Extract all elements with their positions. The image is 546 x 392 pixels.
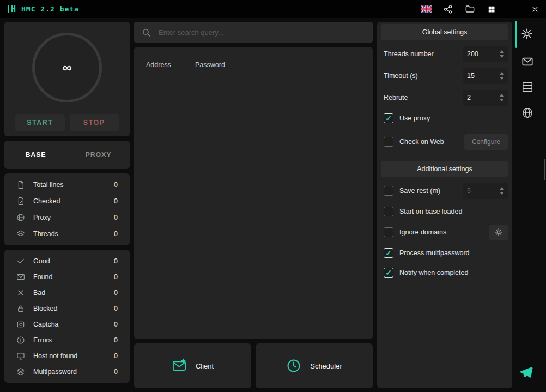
spin-up-icon[interactable] — [500, 94, 504, 97]
scheduler-button-label: Scheduler — [310, 362, 342, 370]
app-logo: H — [8, 4, 16, 14]
stat-row-total-lines: Total lines 0 — [4, 180, 130, 189]
stat-value: 0 — [114, 257, 118, 265]
minimize-icon — [511, 9, 517, 10]
rail-telegram-button[interactable] — [519, 365, 533, 379]
mail-plus-icon — [172, 358, 187, 373]
windows-button[interactable] — [481, 0, 502, 18]
table-header-row: Address Password — [146, 61, 225, 69]
stat-label: Blocked — [33, 305, 57, 312]
rail-database-button[interactable] — [520, 80, 535, 94]
save-rest-label: Save rest (m) — [399, 187, 440, 195]
check-icon — [16, 257, 25, 266]
bottom-buttons: Client Scheduler — [134, 343, 373, 388]
monitor-icon — [16, 352, 25, 360]
tab-proxy[interactable]: PROXY — [67, 141, 130, 169]
scheduler-button[interactable]: Scheduler — [256, 343, 373, 388]
save-rest-checkbox[interactable] — [384, 186, 393, 196]
stats-primary-card: Total lines 0 Checked 0 Proxy 0 Threads … — [4, 173, 130, 245]
process-multipassword-row: Process multipassword — [384, 245, 508, 261]
configure-button[interactable]: Configure — [464, 134, 508, 150]
clock-icon — [286, 358, 301, 373]
stat-row-bad: Bad 0 — [4, 288, 130, 297]
progress-card: ∞ START STOP — [4, 22, 130, 136]
start-on-base-row: Start on base loaded — [384, 203, 508, 220]
spin-down-icon[interactable] — [500, 99, 504, 101]
save-rest-value: 5 — [467, 187, 471, 195]
column-header-password[interactable]: Password — [195, 61, 225, 69]
start-on-base-label: Start on base loaded — [399, 208, 462, 215]
stat-row-threads: Threads 0 — [4, 230, 130, 238]
folder-button[interactable] — [459, 0, 481, 18]
settings-panel: Global settings Threads number 200 Timeo… — [377, 22, 512, 388]
process-multipassword-label: Process multipassword — [399, 249, 470, 257]
rebrute-stepper[interactable]: 2 — [463, 90, 508, 106]
stat-value: 0 — [114, 273, 118, 281]
spin-down-icon[interactable] — [500, 55, 504, 58]
threads-number-stepper[interactable]: 200 — [463, 46, 508, 62]
rebrute-value: 2 — [467, 94, 471, 101]
gear-icon — [521, 28, 533, 40]
save-rest-stepper[interactable]: 5 — [463, 183, 508, 199]
stat-value: 0 — [114, 305, 118, 312]
lock-icon — [16, 304, 25, 313]
tab-base[interactable]: BASE — [4, 141, 67, 169]
spin-up-icon[interactable] — [500, 50, 504, 53]
check-on-web-row: Check on Web Configure — [384, 134, 508, 150]
column-header-address[interactable]: Address — [146, 61, 195, 69]
stat-row-captcha: Captcha 0 — [4, 320, 130, 329]
ignore-domains-configure-button[interactable] — [489, 225, 508, 240]
timeout-label: Timeout (s) — [384, 72, 418, 80]
use-proxy-checkbox[interactable] — [384, 113, 393, 123]
active-rail-indicator — [515, 21, 517, 48]
community-button[interactable] — [437, 0, 459, 18]
threads-number-value: 200 — [467, 50, 478, 58]
minimize-button[interactable] — [502, 0, 524, 18]
ignore-domains-row: Ignore domains — [384, 224, 508, 240]
ignore-domains-label: Ignore domains — [399, 228, 446, 236]
stat-row-good: Good 0 — [4, 257, 130, 266]
spin-down-icon[interactable] — [500, 192, 504, 195]
spin-down-icon[interactable] — [500, 77, 504, 80]
stat-label: Threads — [33, 230, 58, 238]
threads-number-row: Threads number 200 — [384, 46, 508, 62]
logo-bar-icon — [8, 5, 9, 13]
stat-value: 0 — [114, 181, 118, 189]
ignore-domains-checkbox[interactable] — [384, 227, 393, 237]
stat-row-host-not-found: Host not found 0 — [4, 352, 130, 360]
use-proxy-row: Use proxy — [384, 110, 508, 126]
scrollbar-thumb[interactable] — [544, 159, 545, 180]
check-on-web-checkbox[interactable] — [384, 137, 393, 147]
process-multipassword-checkbox[interactable] — [384, 248, 393, 258]
notify-completed-label: Notify when completed — [399, 269, 468, 276]
error-icon — [16, 336, 25, 345]
x-icon — [16, 288, 25, 297]
language-flag-button[interactable] — [415, 0, 437, 18]
start-button[interactable]: START — [15, 114, 65, 131]
timeout-stepper[interactable]: 15 — [463, 68, 508, 84]
start-on-base-checkbox[interactable] — [384, 207, 393, 216]
titlebar: H HMC 2.2 beta — [0, 0, 546, 18]
file-check-icon — [16, 197, 25, 206]
rail-client-button[interactable] — [520, 55, 535, 69]
rebrute-label: Rebrute — [384, 94, 408, 101]
spin-up-icon[interactable] — [500, 187, 504, 190]
stat-label: Captcha — [33, 321, 59, 328]
progress-gauge: ∞ — [32, 33, 102, 102]
close-button[interactable] — [524, 0, 546, 18]
mail-icon — [16, 273, 25, 281]
search-input[interactable] — [157, 28, 365, 37]
telegram-icon — [519, 365, 533, 379]
windows-icon — [488, 5, 495, 13]
rail-settings-button[interactable] — [520, 27, 534, 41]
notify-completed-checkbox[interactable] — [384, 268, 393, 278]
spin-up-icon[interactable] — [500, 72, 504, 75]
client-button[interactable]: Client — [134, 343, 251, 388]
rail-web-button[interactable] — [520, 106, 535, 120]
stat-row-errors: Errors 0 — [4, 336, 130, 345]
stat-label: Found — [33, 273, 52, 281]
search-icon — [142, 28, 151, 37]
stat-label: Bad — [33, 289, 45, 297]
stop-button[interactable]: STOP — [70, 114, 119, 131]
file-icon — [16, 180, 25, 189]
